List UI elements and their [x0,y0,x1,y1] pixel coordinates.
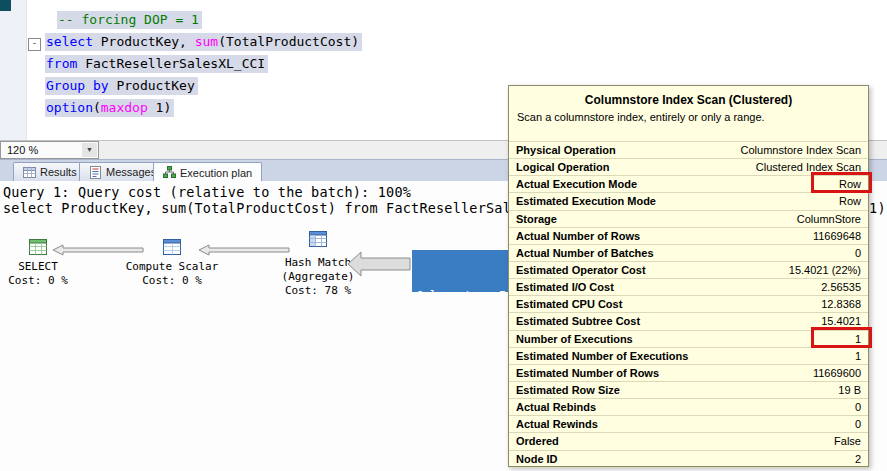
plan-node-select-cost: Cost: 0 % [0,274,108,288]
code-segment: -- forcing DOP = 1 [58,12,199,27]
zoom-select[interactable]: 120 % ▼ [0,141,99,159]
tooltip-row: Estimated Row Size19 B [509,382,868,399]
tooltip-row-label: Actual Number of Batches [516,247,654,259]
code-selection-highlight: from FactResellerSalesXL_CCI [45,55,268,73]
tooltip-row: Actual Number of Batches0 [509,245,868,262]
tooltip-row-label: Actual Rebinds [516,401,596,413]
tooltip-row: Node ID2 [509,451,868,468]
code-segment: sum [195,34,218,49]
code-line: option(maxdop 1) [45,97,362,119]
code-line: select ProductKey, sum(TotalProductCost) [45,31,362,53]
code-selection-highlight: option(maxdop 1) [45,99,174,117]
tab-execution-plan[interactable]: Execution plan [153,162,262,182]
tooltip-row-value: 0 [855,247,861,259]
tooltip-row-value: Row [839,195,861,207]
tooltip-row: Estimated Number of Rows11669600 [509,365,868,382]
tooltip-row-value: 2.56535 [821,281,861,293]
code-selection-highlight: select ProductKey, sum(TotalProductCost) [45,33,362,51]
code-selection-highlight: -- forcing DOP = 1 [57,11,202,29]
tooltip-row: Estimated Operator Cost15.4021 (22%) [509,262,868,279]
ssms-window: - -- forcing DOP = 1select ProductKey, s… [0,0,887,471]
code-segment: ( [93,100,101,115]
code-segment: maxdop [101,100,156,115]
collapse-region-icon[interactable]: - [28,38,41,51]
tooltip-row-label: Number of Executions [516,333,633,345]
plan-node-compute-scalar-label: Compute Scalar [102,260,242,274]
tooltip-row: StorageColumnStore [509,211,868,228]
plan-node-compute-scalar-cost: Cost: 0 % [102,274,242,288]
code-selection-highlight: Group by ProductKey [45,77,198,95]
messages-icon [89,166,102,179]
code-segment: select [46,34,101,49]
plan-node-hash-match-cost: Cost: 78 % [248,284,388,298]
tooltip-row-value: 15.4021 (22%) [789,264,861,276]
tooltip-title: Columnstore Index Scan (Clustered) [509,86,868,107]
editor-left-margin [0,0,27,140]
code-segment: ProductKey, [101,34,195,49]
plan-node-columnstore[interactable]: Columnstore I [FactReseller [412,250,509,292]
red-highlight-box [811,172,872,193]
code-line: from FactResellerSalesXL_CCI [45,53,362,75]
tooltip-row: Actual Number of Rows11669648 [509,228,868,245]
tooltip-row: Actual Rewinds0 [509,416,868,433]
tooltip-row-label: Node ID [516,453,558,465]
code-segment: Group by [46,78,116,93]
tooltip-row: Estimated Number of Executions1 [509,348,868,365]
tooltip-row-value: 11669600 [813,367,861,379]
zoom-value: 120 % [7,144,38,156]
tab-label: Results [40,166,77,178]
tooltip-row: Estimated Execution ModeRow [509,193,868,210]
tooltip-row: Actual Rebinds0 [509,399,868,416]
editor-corner-accent [0,0,11,11]
tooltip-row-label: Estimated Execution Mode [516,195,656,207]
tooltip-row: Estimated CPU Cost12.8368 [509,296,868,313]
tab-results[interactable]: Results [13,162,87,181]
tooltip-row-value: 2 [855,453,861,465]
tooltip-row-label: Actual Rewinds [516,418,598,430]
tooltip-description: Scan a columnstore index, entirely or on… [509,107,868,123]
code-segment: ProductKey [116,78,194,93]
tooltip-row: Physical OperationColumnstore Index Scan [509,142,868,159]
tooltip-row-label: Actual Number of Rows [516,230,640,242]
tooltip-row-label: Ordered [516,435,559,447]
tooltip-row-label: Estimated Subtree Cost [516,315,640,327]
compute-scalar-icon[interactable] [161,236,183,258]
tooltip-row-label: Actual Execution Mode [516,178,637,190]
tooltip-row-value: ColumnStore [797,213,861,225]
execution-plan-icon [163,166,176,179]
tooltip-row-label: Estimated CPU Cost [516,298,622,310]
tooltip-row-label: Storage [516,213,557,225]
code-segment: option [46,100,93,115]
tooltip-row-value: 11669648 [813,230,861,242]
select-result-icon[interactable] [27,236,49,258]
code-segment: FactResellerSalesXL_CCI [85,56,265,71]
tooltip-row-value: 12.8368 [821,298,861,310]
chevron-down-icon: ▼ [82,143,97,157]
tooltip-row-label: Estimated I/O Cost [516,281,614,293]
code-line: Group by ProductKey [45,75,362,97]
tooltip-row-label: Estimated Row Size [516,384,620,396]
query-cost-line: Query 1: Query cost (relative to the bat… [3,184,411,200]
row-flow-arrow[interactable] [52,242,144,258]
results-grid-icon [23,166,36,179]
row-flow-arrow-thick[interactable] [346,250,412,278]
tooltip-row-label: Physical Operation [516,144,616,156]
code-segment: 1) [156,100,172,115]
code-area: -- forcing DOP = 1select ProductKey, sum… [45,9,362,119]
tooltip-row-value: 0 [855,401,861,413]
hash-match-icon[interactable] [307,228,329,250]
plan-node-columnstore-line1: Columnstore I [416,288,509,292]
operator-tooltip: Columnstore Index Scan (Clustered) Scan … [508,85,869,467]
tooltip-row-value: Columnstore Index Scan [741,144,861,156]
code-line: -- forcing DOP = 1 [45,9,362,31]
tooltip-row-value: False [834,435,861,447]
code-segment: from [46,56,85,71]
tooltip-row-value: 0 [855,418,861,430]
tooltip-row-label: Estimated Number of Executions [516,350,688,362]
tooltip-row-label: Logical Operation [516,161,610,173]
tab-label: Execution plan [180,167,252,179]
tooltip-row: OrderedFalse [509,433,868,450]
tooltip-row-label: Estimated Operator Cost [516,264,646,276]
plan-node-select-label: SELECT [0,260,108,274]
tooltip-row: Estimated I/O Cost2.56535 [509,279,868,296]
